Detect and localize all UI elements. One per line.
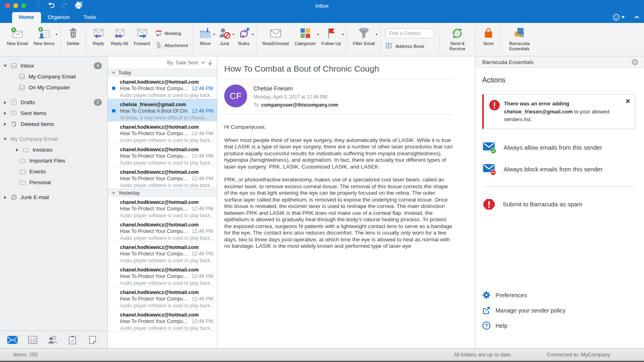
preferences-link[interactable]: Preferences: [482, 291, 635, 299]
filter-email-button[interactable]: Filter Email: [350, 25, 378, 54]
store-button[interactable]: Store: [479, 25, 498, 54]
categorize-button[interactable]: Categorize: [291, 25, 318, 54]
send-receive-button[interactable]: Send & Receive: [442, 25, 473, 54]
tab-home[interactable]: Home: [12, 12, 41, 23]
reply-all-button[interactable]: Reply All: [108, 25, 131, 54]
sidebar-item-junk[interactable]: Junk E-mail: [0, 192, 107, 203]
calendar-module-icon[interactable]: [27, 334, 39, 346]
minimize-window-button[interactable]: [13, 3, 18, 8]
delete-button[interactable]: Delete: [64, 25, 83, 54]
always-block-button[interactable]: Always block emails from this sender: [482, 163, 635, 176]
error-close-icon[interactable]: ✕: [625, 97, 630, 105]
submit-spam-button[interactable]: Submit to Barracuda as spam: [482, 198, 635, 211]
disclosure-triangle-icon[interactable]: [0, 65, 10, 67]
email-list-item[interactable]: chanel.hodkiewicz@hotmail.com How To Pro…: [108, 167, 217, 189]
group-header-today[interactable]: Today: [108, 69, 217, 76]
sidebar-item-personal[interactable]: Personal: [0, 177, 107, 188]
help-link[interactable]: ? Help: [482, 321, 635, 330]
collapse-ribbon-icon[interactable]: [634, 14, 640, 21]
sender-avatar: CF: [224, 84, 247, 107]
forward-button[interactable]: Forward: [131, 25, 153, 54]
close-window-button[interactable]: [5, 3, 10, 8]
tab-tools[interactable]: Tools: [76, 12, 103, 23]
email-list-item[interactable]: chanel.hodkiewicz@hotmail.com How To Pro…: [108, 76, 217, 99]
sidebar-item-invoices[interactable]: Invoices: [0, 144, 107, 155]
sort-by-label[interactable]: By: Date Sent: [167, 60, 198, 66]
print-icon[interactable]: [72, 1, 85, 10]
ribbon-divider: [86, 25, 86, 53]
redo-icon[interactable]: [58, 1, 72, 10]
ribbon-divider: [439, 25, 439, 53]
disclosure-triangle-icon[interactable]: [0, 138, 10, 140]
disclosure-triangle-icon[interactable]: [0, 112, 10, 115]
new-items-button[interactable]: New Items: [31, 25, 58, 54]
rules-button[interactable]: Rules: [234, 25, 254, 54]
sidebar-item-deleted[interactable]: Deleted Items: [0, 119, 107, 130]
sidebar-item-inbox-company[interactable]: My Company Email: [0, 71, 107, 82]
connection-status: Connected to: MyCompany: [547, 352, 610, 358]
email-list-item[interactable]: chanel.hodkiewicz@hotmail.com How To Pro…: [108, 144, 217, 167]
sidebar-item-sent[interactable]: Sent Items: [0, 108, 107, 119]
email-list-item[interactable]: chanel.hodkiewicz@hotmail.com How To Pro…: [108, 197, 217, 219]
email-list-item[interactable]: chanel.hodkiewicz@hotmail.com How To Pro…: [108, 264, 217, 287]
disclosure-triangle-icon[interactable]: [12, 148, 23, 152]
zoom-window-button[interactable]: [21, 3, 26, 8]
tasks-module-icon[interactable]: [66, 334, 78, 346]
manage-sender-policy-link[interactable]: Manage your sender policy: [482, 306, 635, 315]
email-list-item[interactable]: chanel.hodkiewicz@hotmail.com How To Pro…: [108, 287, 217, 309]
email-list-item[interactable]: chanel.hodkiewicz@hotmail.com How To Pro…: [108, 121, 217, 144]
junk-button[interactable]: Junk: [215, 25, 234, 54]
read-unread-button[interactable]: Read/Unread: [260, 25, 291, 54]
svg-text:?: ?: [485, 323, 488, 329]
group-header-yesterday[interactable]: Yesterday: [108, 189, 217, 197]
email-list-item[interactable]: chanel.hodkiewicz@hotmail.com How To Pro…: [108, 309, 217, 332]
undo-icon[interactable]: [44, 1, 58, 10]
sidebar-item-important-files[interactable]: Important Files: [0, 155, 107, 166]
attachment-button[interactable]: Attachment: [155, 41, 188, 50]
panel-close-icon[interactable]: [632, 59, 638, 66]
new-email-button[interactable]: New Email: [4, 25, 31, 54]
follow-up-button[interactable]: Follow Up: [319, 25, 344, 54]
email-list-item[interactable]: chanel.hodkiewicz@hotmail.com How To Pro…: [108, 219, 217, 242]
meeting-button[interactable]: Meeting: [155, 29, 188, 38]
reply-all-icon: [113, 26, 126, 41]
find-contact-input[interactable]: [385, 29, 434, 38]
body-paragraph: When most people think of laser eye surg…: [224, 137, 454, 171]
sidebar-item-drafts[interactable]: Drafts 2: [0, 97, 107, 108]
tab-organize[interactable]: Organize: [41, 12, 77, 23]
message-body: Hi Companyuser,When most people think of…: [224, 115, 454, 250]
folder-icon: [19, 157, 26, 164]
feedback-smiley-icon[interactable]: [612, 13, 625, 21]
barracuda-essentials-icon: [512, 26, 526, 41]
message-date: Monday, April 3, 2017 at 12:46 PM: [254, 94, 338, 100]
sidebar-item-inbox[interactable]: Inbox 4: [0, 60, 107, 71]
reply-button[interactable]: Reply: [89, 25, 108, 54]
body-paragraph: Hi Companyuser,: [224, 124, 454, 131]
email-list-item[interactable]: chelsie_friesen@gmail.com How To Combat …: [108, 99, 217, 121]
sort-chevron-icon[interactable]: [201, 61, 205, 64]
sidebar-item-events[interactable]: Events: [0, 166, 107, 177]
always-allow-button[interactable]: Always allow emails from this sender: [482, 141, 635, 154]
recipient-line: To: companyuser@thiscompany.com: [254, 102, 338, 108]
people-module-icon[interactable]: [47, 334, 59, 346]
allow-envelope-icon: [482, 141, 497, 154]
disclosure-triangle-icon[interactable]: [0, 123, 10, 126]
unread-dot-icon: [112, 109, 116, 113]
group-chevron-icon: [111, 191, 116, 194]
sidebar-item-inbox-on-my-computer[interactable]: On My Computer: [0, 82, 107, 93]
store-icon: [481, 26, 495, 41]
email-list-item[interactable]: chanel.hodkiewicz@hotmail.com How To Pro…: [108, 242, 217, 264]
ribbon-group-send-receive: Send & Receive: [440, 23, 475, 56]
move-button[interactable]: Move: [196, 25, 215, 54]
sort-direction-icon[interactable]: [208, 60, 212, 66]
list-sort-toolbar[interactable]: By: Date Sent: [108, 56, 217, 69]
disclosure-triangle-icon[interactable]: [0, 196, 10, 199]
delete-icon: [66, 26, 80, 41]
rules-dropdown-caret: [252, 34, 254, 35]
sidebar-section-my-company-email[interactable]: My Company Email: [0, 134, 107, 144]
notes-module-icon[interactable]: [87, 334, 99, 346]
address-book-button[interactable]: Address Book: [385, 42, 434, 50]
mail-module-icon[interactable]: [6, 334, 19, 346]
disclosure-triangle-icon[interactable]: [0, 101, 10, 104]
barracuda-essentials-button[interactable]: Barracuda Essentials: [504, 25, 535, 54]
